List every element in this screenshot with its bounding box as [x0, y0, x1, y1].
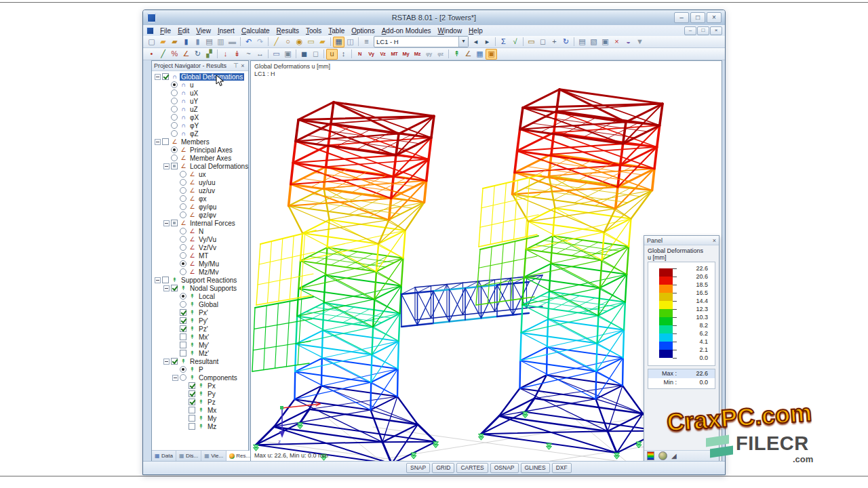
- rotate-members-icon[interactable]: ↻: [192, 49, 203, 60]
- member-axes-icon[interactable]: ∠: [180, 49, 192, 60]
- radio-p[interactable]: [180, 366, 186, 373]
- zoom-window-icon[interactable]: ▭: [526, 37, 537, 47]
- result-my-icon[interactable]: My: [400, 49, 412, 60]
- zoom-all-icon[interactable]: ◻: [537, 37, 549, 47]
- print-icon[interactable]: ▤: [203, 37, 215, 47]
- new-file-icon[interactable]: ▢: [146, 37, 157, 47]
- save-icon[interactable]: ▮: [180, 37, 192, 47]
- minimize-button[interactable]: –: [674, 12, 689, 23]
- tree-item-my[interactable]: ↟My: [152, 414, 248, 422]
- snap-button-grid[interactable]: GRID: [432, 463, 454, 473]
- menu-tools[interactable]: Tools: [302, 26, 325, 36]
- radio-components[interactable]: [180, 374, 186, 381]
- generate-model-icon[interactable]: ▞: [203, 49, 215, 60]
- tree-item--y-u[interactable]: ∠φy/φu: [152, 203, 248, 211]
- radio-mt[interactable]: [180, 252, 186, 259]
- titlebar[interactable]: RSTAB 8.01 - [2 Towers*] –□×: [143, 10, 725, 25]
- show-deformation-icon[interactable]: u: [326, 49, 338, 60]
- tree-item-internal-forces[interactable]: ∠Internal Forces: [152, 219, 248, 227]
- save-all-icon[interactable]: ▮: [192, 37, 203, 47]
- checkbox-px[interactable]: [189, 382, 195, 389]
- expander-icon[interactable]: [172, 375, 178, 381]
- restore-button[interactable]: □: [690, 12, 705, 23]
- radio-my-mu[interactable]: [180, 260, 186, 267]
- radio--x[interactable]: [180, 195, 186, 202]
- new-member-icon[interactable]: ╱: [157, 49, 169, 60]
- filter-tab-icon[interactable]: ◢: [671, 452, 677, 460]
- imperfection-icon[interactable]: ~: [243, 49, 254, 60]
- comment-icon[interactable]: ▭: [305, 37, 317, 47]
- load-case-combobox[interactable]: ▾: [374, 36, 469, 47]
- menu-options[interactable]: Options: [348, 26, 378, 36]
- member-load-icon[interactable]: ↡: [231, 49, 243, 60]
- menu-insert[interactable]: Insert: [214, 26, 238, 36]
- expander-icon[interactable]: [163, 359, 170, 365]
- menu-results[interactable]: Results: [273, 26, 302, 36]
- tree-item-pz-[interactable]: ↟Pz': [152, 325, 248, 333]
- checkbox-mz[interactable]: [189, 423, 195, 430]
- filter-icon[interactable]: ▼: [634, 37, 646, 47]
- tree-item-mt[interactable]: ∠MT: [152, 251, 248, 260]
- tree-item-my-[interactable]: ↟My': [152, 341, 248, 349]
- radio-n[interactable]: [180, 228, 186, 235]
- checkbox-pz-[interactable]: [180, 325, 186, 332]
- menu-file[interactable]: File: [157, 26, 174, 36]
- menu-edit[interactable]: Edit: [174, 26, 193, 36]
- pan-icon[interactable]: +: [549, 37, 560, 47]
- divide-member-icon[interactable]: %: [169, 49, 180, 60]
- project-folder-icon[interactable]: ▰: [317, 37, 328, 47]
- radio--z-v[interactable]: [180, 211, 186, 218]
- tree-item-components[interactable]: ↟Components: [152, 373, 248, 382]
- load-case-list-icon[interactable]: ≡: [361, 37, 372, 47]
- tree-item-mz-mv[interactable]: ∠Mz/Mv: [152, 268, 248, 276]
- rotate-view-icon[interactable]: ↻: [560, 37, 572, 47]
- result-phiz-icon[interactable]: φz: [435, 49, 446, 60]
- snap-button-osnap[interactable]: OSNAP: [490, 463, 519, 473]
- checkbox-my[interactable]: [189, 415, 195, 422]
- tree-item-py-[interactable]: ↟Py': [152, 317, 248, 325]
- navigator-tab-dis[interactable]: ▦Dis...: [176, 451, 201, 461]
- tree-item--y[interactable]: ∩φY: [152, 121, 248, 129]
- radio--y-u[interactable]: [180, 203, 186, 210]
- checkbox-px-[interactable]: [180, 309, 186, 316]
- checkbox-members[interactable]: [162, 138, 169, 145]
- navigator-close-icon[interactable]: ×: [239, 62, 246, 69]
- tree-item-mz[interactable]: ↟Mz: [152, 422, 248, 430]
- delete-icon[interactable]: ×: [611, 37, 623, 47]
- navigator-tab-data[interactable]: ▦Data: [152, 451, 176, 461]
- radio--y[interactable]: [171, 122, 178, 129]
- copy-view-icon[interactable]: ▣: [282, 49, 294, 60]
- radio-uz[interactable]: [171, 106, 178, 113]
- tree-item-px-[interactable]: ↟Px': [152, 308, 248, 317]
- menu-help[interactable]: Help: [465, 26, 486, 36]
- solid-display-icon[interactable]: ◼: [298, 49, 310, 60]
- send-icon[interactable]: ▬: [226, 37, 238, 47]
- load-case-dropdown-icon[interactable]: ▾: [458, 37, 468, 47]
- expander-icon[interactable]: [155, 277, 161, 283]
- new-window-icon[interactable]: ▭: [271, 49, 282, 60]
- result-mz-icon[interactable]: Mz: [412, 49, 423, 60]
- regenerate-icon[interactable]: ◉: [294, 37, 305, 47]
- close-button[interactable]: ×: [707, 12, 722, 23]
- checkbox-internal-forces[interactable]: [171, 220, 178, 226]
- open-icon[interactable]: ▰: [157, 37, 169, 47]
- zoom-lens-icon[interactable]: ○: [282, 37, 294, 47]
- checkbox-resultant[interactable]: [171, 358, 178, 365]
- menu-view[interactable]: View: [193, 26, 214, 36]
- pin-icon[interactable]: ⊤: [233, 62, 239, 69]
- tree-item-p[interactable]: ↟P: [152, 365, 248, 373]
- tree-item-mx-[interactable]: ↟Mx': [152, 333, 248, 341]
- tree-item-uz-uv[interactable]: ∠uz/uv: [152, 186, 248, 195]
- graphics-viewport[interactable]: z Global Deformations u [mm] LC1 : H Max…: [250, 60, 722, 462]
- menu-calculate[interactable]: Calculate: [238, 26, 273, 36]
- tree-item-uz[interactable]: ∩uZ: [152, 105, 248, 113]
- checkbox-local-deformations[interactable]: [171, 163, 178, 169]
- expander-icon[interactable]: [155, 139, 161, 145]
- tree-item-resultant[interactable]: ↟Resultant: [152, 357, 248, 365]
- checkbox-py[interactable]: [189, 390, 195, 397]
- previous-load-case-icon[interactable]: ◂: [470, 37, 481, 47]
- tree-item-mx[interactable]: ↟Mx: [152, 406, 248, 414]
- print-preview-icon[interactable]: ▥: [215, 37, 226, 47]
- radio-ux[interactable]: [180, 171, 186, 178]
- control-panel-icon[interactable]: ▣: [486, 49, 497, 60]
